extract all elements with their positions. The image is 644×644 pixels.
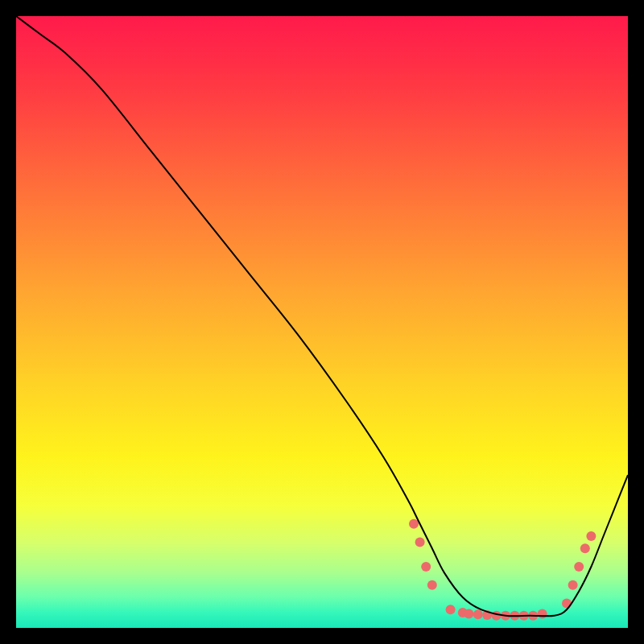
chart-frame: TheBottleneck.com: [16, 16, 628, 628]
marker-dot: [446, 605, 456, 614]
marker-dot: [568, 580, 578, 590]
marker-dot: [538, 609, 547, 619]
marker-dot: [409, 519, 419, 529]
marker-dot: [415, 538, 425, 547]
marker-dot: [473, 609, 483, 619]
marker-dot: [586, 531, 596, 541]
marker-dot: [580, 543, 590, 553]
marker-dot: [464, 609, 473, 619]
marker-dot: [427, 580, 437, 590]
marker-dot: [574, 562, 584, 572]
marker-dot: [421, 562, 431, 572]
marker-dot: [492, 611, 502, 621]
chart-plot: [16, 16, 628, 628]
marker-dot: [562, 599, 572, 609]
gradient-fill: [16, 16, 628, 628]
